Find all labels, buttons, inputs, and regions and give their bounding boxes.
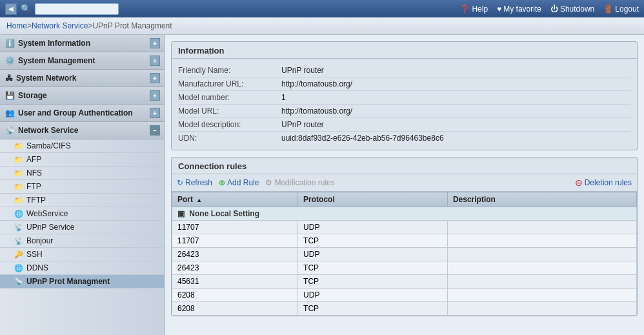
info-row-udn: UDN: uuid:8daf93d2-e626-42eb-ab56-7d9646…: [178, 132, 630, 145]
cell-protocol: TCP: [298, 275, 448, 289]
afp-icon: 📁: [14, 156, 23, 164]
sidebar-item-ddns[interactable]: 🌐 DDNS: [0, 261, 164, 275]
add-rule-button[interactable]: ⊕ Add Rule: [219, 178, 259, 187]
cell-description: [447, 221, 636, 234]
help-icon: ❓: [460, 5, 470, 14]
sidebar-item-webservice[interactable]: 🌐 WebService: [0, 207, 164, 221]
collapse-sidebar-button[interactable]: ◀: [5, 3, 17, 15]
col-protocol[interactable]: Protocol: [298, 192, 448, 207]
sidebar-item-ssh[interactable]: 🔑 SSH: [0, 248, 164, 261]
section-toggle-system-info[interactable]: +: [150, 38, 160, 48]
sidebar: ℹ️ System Information + ⚙️ System Manage…: [0, 35, 165, 335]
breadcrumb-section[interactable]: Network Service: [32, 21, 88, 30]
section-toggle-user-group[interactable]: +: [150, 108, 160, 118]
cell-description: [447, 302, 636, 316]
info-row-model-description: Model description: UPnP router: [178, 118, 630, 132]
cell-port: 6208: [172, 289, 298, 302]
sidebar-section-label: System Network: [16, 74, 76, 83]
cell-port: 6208: [172, 302, 298, 316]
conn-panel: Connection rules ↻ Refresh ⊕ Add Rule ⚙ …: [171, 157, 638, 316]
collapse-group-icon[interactable]: ▣: [177, 209, 185, 218]
sidebar-item-tftp[interactable]: 📁 TFTP: [0, 194, 164, 207]
section-toggle-system-network[interactable]: +: [150, 73, 160, 83]
sidebar-section-system-network[interactable]: 🖧 System Network +: [0, 70, 164, 87]
topbar-right: ❓ Help ♥ My favorite ⏻ Shutdown 🚪 Logout: [460, 5, 639, 14]
sidebar-section-system-info[interactable]: ℹ️ System Information +: [0, 35, 164, 52]
cell-protocol: UDP: [298, 221, 448, 234]
samba-icon: 📁: [14, 142, 23, 150]
upnp-service-icon: 📡: [14, 223, 23, 232]
power-icon: ⏻: [550, 5, 558, 14]
sidebar-item-upnp-prot[interactable]: 📡 UPnP Prot Managment: [0, 275, 164, 289]
cell-description: [447, 289, 636, 302]
conn-toolbar-left: ↻ Refresh ⊕ Add Rule ⚙ Modification rule…: [177, 178, 335, 187]
sidebar-item-afp[interactable]: 📁 AFP: [0, 153, 164, 167]
modification-rules-button[interactable]: ⚙ Modification rules: [265, 178, 334, 187]
user-group-icon: 👥: [5, 108, 15, 117]
sidebar-section-label: User and Group Authentication: [18, 108, 133, 117]
webservice-icon: 🌐: [14, 210, 23, 218]
cell-port: 11707: [172, 221, 298, 234]
info-panel-title: Information: [172, 42, 637, 59]
cell-protocol: UDP: [298, 248, 448, 261]
main-layout: ℹ️ System Information + ⚙️ System Manage…: [0, 35, 644, 335]
sidebar-section-network-service[interactable]: 📡 Network Service −: [0, 122, 164, 139]
cell-protocol: TCP: [298, 234, 448, 248]
logout-icon: 🚪: [603, 5, 613, 14]
topbar: ◀ 🔍 ❓ Help ♥ My favorite ⏻ Shutdown 🚪 Lo…: [0, 0, 644, 17]
system-info-icon: ℹ️: [5, 39, 15, 48]
info-row-model-number: Model number: 1: [178, 91, 630, 105]
sidebar-item-ftp[interactable]: 📁 FTP: [0, 180, 164, 194]
info-panel-body: Friendly Name: UPnP router Manufacturer …: [172, 59, 637, 150]
deletion-rules-button[interactable]: ⊖ Deletion rules: [575, 178, 632, 188]
sidebar-item-upnp-service[interactable]: 📡 UPnP Service: [0, 221, 164, 234]
refresh-button[interactable]: ↻ Refresh: [177, 178, 212, 187]
conn-toolbar: ↻ Refresh ⊕ Add Rule ⚙ Modification rule…: [172, 174, 637, 192]
info-panel: Information Friendly Name: UPnP router M…: [171, 41, 638, 150]
logout-button[interactable]: 🚪 Logout: [603, 5, 639, 14]
system-network-icon: 🖧: [5, 74, 13, 83]
sidebar-section-label: Network Service: [18, 126, 78, 135]
sidebar-item-bonjour[interactable]: 📡 Bonjour: [0, 234, 164, 248]
cell-description: [447, 261, 636, 275]
table-row: 6208UDP: [172, 289, 637, 302]
content-area: Information Friendly Name: UPnP router M…: [165, 35, 644, 335]
shutdown-button[interactable]: ⏻ Shutdown: [550, 5, 594, 14]
table-row: 26423TCP: [172, 261, 637, 275]
table-row: 45631TCP: [172, 275, 637, 289]
sidebar-item-nfs[interactable]: 📁 NFS: [0, 167, 164, 180]
sidebar-section-label: Storage: [18, 91, 47, 100]
system-mgmt-icon: ⚙️: [5, 56, 15, 65]
cell-description: [447, 234, 636, 248]
section-toggle-network-service[interactable]: −: [150, 125, 160, 136]
add-icon: ⊕: [219, 178, 225, 187]
cell-port: 45631: [172, 275, 298, 289]
info-row-manufacturer-url: Manufacturer URL: http://tomatousb.org/: [178, 77, 630, 91]
table-row: 11707TCP: [172, 234, 637, 248]
section-toggle-storage[interactable]: +: [150, 90, 160, 101]
search-input[interactable]: [35, 3, 119, 15]
ssh-icon: 🔑: [14, 250, 23, 259]
breadcrumb-home[interactable]: Home: [6, 21, 27, 30]
favorite-button[interactable]: ♥ My favorite: [497, 5, 541, 14]
section-toggle-system-mgmt[interactable]: +: [150, 56, 160, 66]
sidebar-section-storage[interactable]: 💾 Storage +: [0, 87, 164, 105]
sidebar-section-label: System Management: [18, 56, 95, 65]
cell-protocol: TCP: [298, 261, 448, 275]
table-row: 26423UDP: [172, 248, 637, 261]
sidebar-section-user-group[interactable]: 👥 User and Group Authentication +: [0, 105, 164, 122]
info-row-friendly-name: Friendly Name: UPnP router: [178, 64, 630, 77]
network-service-icon: 📡: [5, 126, 15, 135]
col-description[interactable]: Description: [447, 192, 636, 207]
help-button[interactable]: ❓ Help: [460, 5, 488, 14]
conn-panel-title: Connection rules: [172, 157, 637, 174]
col-port[interactable]: Port ▲: [172, 192, 298, 207]
heart-icon: ♥: [497, 5, 501, 14]
sidebar-section-system-mgmt[interactable]: ⚙️ System Management +: [0, 52, 164, 70]
bonjour-icon: 📡: [14, 237, 23, 245]
sidebar-item-samba[interactable]: 📁 Samba/CIFS: [0, 139, 164, 153]
cell-port: 26423: [172, 261, 298, 275]
breadcrumb-page: UPnP Prot Managment: [92, 21, 172, 30]
modify-icon: ⚙: [265, 178, 272, 187]
nfs-icon: 📁: [14, 169, 23, 178]
